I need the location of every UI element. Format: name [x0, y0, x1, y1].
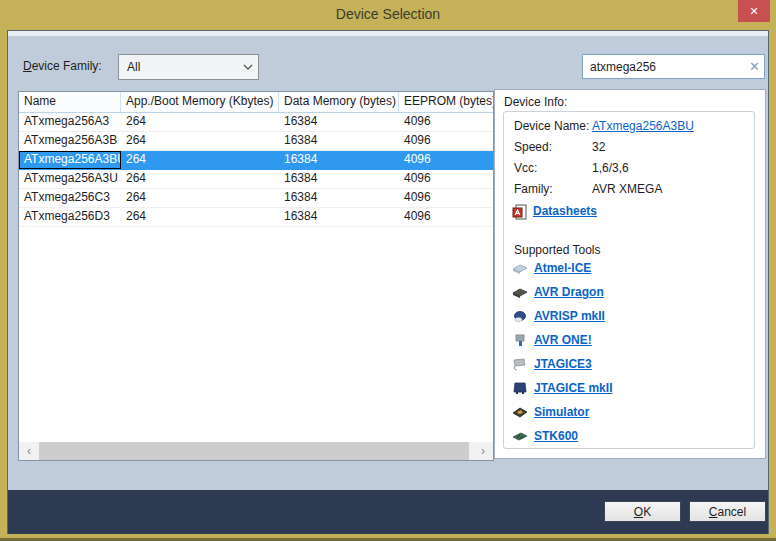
table-row[interactable]: ATxmega256A3U 264 16384 4096: [19, 170, 493, 189]
cell-data-memory: 16384: [279, 189, 399, 207]
device-table: Name App./Boot Memory (Kbytes) Data Memo…: [18, 91, 494, 461]
tool-link[interactable]: AVR Dragon: [534, 285, 604, 299]
atmel-ice-icon: [512, 261, 528, 275]
ok-button[interactable]: OK: [604, 501, 681, 522]
tool-link[interactable]: AVRISP mkII: [534, 309, 605, 323]
avrisp-mkii-icon: [512, 309, 528, 323]
titlebar[interactable]: Device Selection ✕: [0, 0, 776, 30]
cell-name: ATxmega256A3BU: [19, 151, 121, 169]
device-name-link[interactable]: ATxmega256A3BU: [592, 119, 694, 135]
cell-name: ATxmega256A3: [19, 113, 121, 131]
top-highlight-strip: [8, 31, 768, 36]
device-info-panel: Device Info: Device Name: ATxmega256A3BU…: [494, 89, 766, 459]
avr-one-icon: [512, 333, 528, 347]
horizontal-scrollbar[interactable]: ‹ ›: [19, 442, 493, 460]
chevron-down-icon: [238, 64, 258, 70]
vcc-value: 1,6/3,6: [592, 161, 629, 177]
close-icon: ✕: [749, 5, 758, 18]
simulator-icon: [512, 405, 528, 419]
table-row[interactable]: ATxmega256A3B 264 16384 4096: [19, 132, 493, 151]
column-header-name[interactable]: Name: [19, 92, 121, 112]
scroll-right-arrow-icon[interactable]: ›: [473, 442, 493, 460]
column-header-app-boot-memory[interactable]: App./Boot Memory (Kbytes): [121, 92, 279, 112]
table-header-row: Name App./Boot Memory (Kbytes) Data Memo…: [19, 92, 493, 113]
device-info-title: Device Info:: [504, 95, 567, 109]
search-clear-icon[interactable]: ✕: [745, 59, 764, 74]
cell-data-memory: 16384: [279, 113, 399, 131]
cell-name: ATxmega256A3U: [19, 170, 121, 188]
tool-link[interactable]: Atmel-ICE: [534, 261, 591, 275]
datasheets-link[interactable]: Datasheets: [533, 204, 597, 218]
cell-data-memory: 16384: [279, 151, 399, 169]
jtagice-mkii-icon: [512, 381, 528, 395]
table-row[interactable]: ATxmega256D3 264 16384 4096: [19, 208, 493, 227]
cell-app-boot: 264: [121, 208, 279, 226]
family-label: Family:: [514, 182, 592, 198]
table-row-selected[interactable]: ATxmega256A3BU 264 16384 4096: [19, 151, 493, 170]
tool-link[interactable]: AVR ONE!: [534, 333, 592, 347]
stk600-icon: [512, 429, 528, 443]
column-header-data-memory[interactable]: Data Memory (bytes): [279, 92, 399, 112]
cell-app-boot: 264: [121, 151, 279, 169]
tool-link[interactable]: JTAGICE3: [534, 357, 592, 371]
dialog-content: Device Family: All ✕ Name App./Boot Memo…: [7, 30, 769, 534]
field-device-name: Device Name: ATxmega256A3BU: [514, 119, 694, 135]
family-value: AVR XMEGA: [592, 182, 662, 198]
cell-name: ATxmega256A3B: [19, 132, 121, 150]
cell-app-boot: 264: [121, 113, 279, 131]
tool-item-jtagice-mkii: JTAGICE mkII: [512, 380, 612, 396]
tool-link[interactable]: STK600: [534, 429, 578, 443]
tool-item-jtagice3: JTAGICE3: [512, 356, 612, 372]
device-family-dropdown[interactable]: All: [118, 54, 259, 80]
cell-data-memory: 16384: [279, 208, 399, 226]
avr-dragon-icon: [512, 285, 528, 299]
field-speed: Speed: 32: [514, 140, 605, 156]
pdf-document-icon: [512, 204, 528, 218]
table-row[interactable]: ATxmega256C3 264 16384 4096: [19, 189, 493, 208]
column-header-eeprom[interactable]: EEPROM (bytes): [399, 92, 493, 112]
cell-eeprom: 4096: [399, 132, 493, 150]
cell-data-memory: 16384: [279, 132, 399, 150]
close-button[interactable]: ✕: [738, 0, 770, 22]
device-family-selected-value: All: [119, 60, 238, 74]
cell-app-boot: 264: [121, 170, 279, 188]
cell-app-boot: 264: [121, 132, 279, 150]
device-name-label: Device Name:: [514, 119, 592, 135]
cell-eeprom: 4096: [399, 189, 493, 207]
tool-item-atmel-ice: Atmel-ICE: [512, 260, 612, 276]
field-family: Family: AVR XMEGA: [514, 182, 662, 198]
supported-tools-title: Supported Tools: [514, 243, 601, 257]
cell-eeprom: 4096: [399, 170, 493, 188]
device-family-label: Device Family:: [23, 59, 102, 73]
cell-eeprom: 4096: [399, 113, 493, 131]
supported-tools-list: Atmel-ICE AVR Dragon: [512, 260, 612, 444]
cell-app-boot: 264: [121, 189, 279, 207]
device-search-input[interactable]: [583, 56, 745, 77]
cancel-button[interactable]: Cancel: [689, 501, 766, 522]
table-row[interactable]: ATxmega256A3 264 16384 4096: [19, 113, 493, 132]
tool-item-avrisp-mkii: AVRISP mkII: [512, 308, 612, 324]
device-selection-dialog: Device Selection ✕ Device Family: All ✕ …: [0, 0, 776, 541]
tool-item-avr-dragon: AVR Dragon: [512, 284, 612, 300]
window-title: Device Selection: [0, 6, 776, 22]
jtagice3-icon: [512, 357, 528, 371]
cell-data-memory: 16384: [279, 170, 399, 188]
tool-item-stk600: STK600: [512, 428, 612, 444]
field-vcc: Vcc: 1,6/3,6: [514, 161, 629, 177]
vcc-label: Vcc:: [514, 161, 592, 177]
tool-item-simulator: Simulator: [512, 404, 612, 420]
speed-label: Speed:: [514, 140, 592, 156]
device-info-groupbox: Device Name: ATxmega256A3BU Speed: 32 Vc…: [503, 111, 755, 449]
tool-link[interactable]: Simulator: [534, 405, 589, 419]
footer-bar: OK Cancel: [8, 490, 768, 534]
speed-value: 32: [592, 140, 605, 156]
cell-name: ATxmega256C3: [19, 189, 121, 207]
datasheets-row: Datasheets: [512, 202, 597, 220]
cell-eeprom: 4096: [399, 208, 493, 226]
tool-item-avr-one: AVR ONE!: [512, 332, 612, 348]
tool-link[interactable]: JTAGICE mkII: [534, 381, 612, 395]
device-search-box: ✕: [582, 54, 765, 79]
cell-eeprom: 4096: [399, 151, 493, 169]
scrollbar-thumb[interactable]: [39, 442, 469, 460]
scroll-left-arrow-icon[interactable]: ‹: [19, 442, 39, 460]
